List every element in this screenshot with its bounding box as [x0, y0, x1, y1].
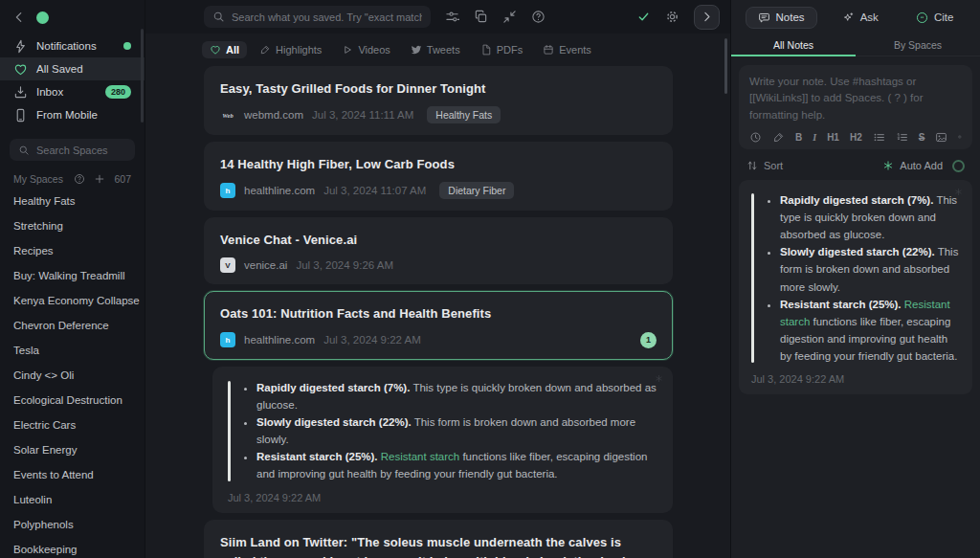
sidebar: NotificationsAll SavedInbox280From Mobil… — [0, 0, 145, 558]
saved-item-card[interactable]: Easy, Tasty Grilled Foods for Dinner Ton… — [204, 66, 673, 135]
filter-chip-videos[interactable]: Videos — [334, 41, 397, 58]
note-quote: Rapidly digested starch (7%). This type … — [228, 379, 657, 483]
main-search-input[interactable] — [232, 11, 422, 23]
gear-icon[interactable] — [665, 10, 679, 24]
note-card[interactable]: Rapidly digested starch (7%). This type … — [739, 180, 972, 395]
mobile-icon — [13, 108, 28, 123]
space-item-recipes[interactable]: Recipes — [0, 238, 145, 263]
history-icon[interactable] — [749, 131, 762, 144]
saved-item-card[interactable]: Venice Chat - Venice.aiVvenice.aiJul 3, … — [204, 217, 673, 284]
healthline-favicon: h — [220, 332, 235, 347]
venice-favicon: V — [220, 257, 235, 273]
highlight-icon[interactable] — [772, 131, 785, 144]
sidebar-item-all-saved[interactable]: All Saved — [0, 57, 145, 80]
svg-text:“: “ — [921, 13, 924, 22]
space-item-polyphenols[interactable]: Polyphenols — [0, 512, 145, 537]
card-timestamp: Jul 3, 2024 9:22 AM — [323, 334, 421, 346]
auto-add-control: Auto Add — [882, 160, 965, 172]
twitter-icon — [411, 44, 422, 56]
spaces-search-box[interactable] — [10, 139, 135, 161]
search-icon — [212, 11, 225, 23]
ask-button-label: Ask — [860, 11, 879, 23]
note-count-badge[interactable]: 1 — [640, 332, 657, 348]
unread-dot — [123, 42, 131, 50]
filter-chip-tweets[interactable]: Tweets — [403, 41, 468, 58]
lightning-icon — [13, 39, 28, 54]
filter-chip-all[interactable]: All — [202, 41, 247, 58]
saved-item-card[interactable]: Oats 101: Nutrition Facts and Health Ben… — [204, 291, 673, 359]
sidebar-header — [0, 0, 145, 34]
card-timestamp: Jul 3, 2024 11:07 AM — [323, 185, 426, 196]
filter-chip-label: Highlights — [276, 44, 322, 56]
space-item-ecological-destruction[interactable]: Ecological Destruction — [0, 388, 145, 413]
cards-scrollbar[interactable] — [724, 38, 727, 94]
expanded-note[interactable]: Rapidly digested starch (7%). This type … — [212, 367, 673, 513]
ask-button[interactable]: Ask — [830, 7, 891, 29]
notes-button[interactable]: Notes — [746, 7, 817, 29]
space-item-chevron-deference[interactable]: Chevron Deference — [0, 313, 145, 338]
sidebar-item-inbox[interactable]: Inbox280 — [0, 80, 145, 103]
space-item-electric-cars[interactable]: Electric Cars — [0, 413, 145, 437]
card-domain: healthline.com — [244, 185, 315, 196]
bold-icon[interactable]: B — [795, 132, 802, 143]
main-search-box[interactable] — [204, 6, 431, 28]
space-item-kenya-economy-collapse[interactable]: Kenya Economy Collapse — [0, 288, 145, 313]
strikethrough-icon[interactable]: S — [919, 132, 925, 143]
sidebar-item-from-mobile[interactable]: From Mobile — [0, 103, 145, 126]
filter-icon[interactable] — [445, 10, 459, 24]
filter-chip-pdfs[interactable]: PDFs — [473, 41, 531, 58]
space-item-healthy-fats[interactable]: Healthy Fats — [0, 189, 145, 213]
filter-chip-highlights[interactable]: Highlights — [252, 41, 329, 58]
spaces-search-input[interactable] — [36, 145, 126, 156]
tab-all-notes[interactable]: All Notes — [731, 34, 856, 56]
italic-icon[interactable]: I — [813, 132, 816, 143]
saved-item-card[interactable]: Siim Land on Twitter: "The soleus muscle… — [204, 520, 673, 558]
note-editor[interactable]: Write your note. Use #hashtags or [[Wiki… — [739, 65, 972, 149]
bullet-list-icon[interactable] — [873, 131, 885, 144]
card-meta: hhealthline.comJul 3, 2024 11:07 AMDieta… — [220, 182, 657, 199]
next-item-button[interactable] — [694, 5, 720, 30]
note-bullet: Slowly digested starch (22%). This form … — [780, 243, 960, 295]
resistant-starch-link[interactable]: Resistant starch — [381, 451, 459, 462]
space-item-buy-walking-treadmill[interactable]: Buy: Walking Treadmill — [0, 263, 145, 288]
sort-label: Sort — [764, 160, 783, 171]
app-logo-dot[interactable] — [36, 11, 49, 24]
ask-icon — [842, 11, 855, 24]
auto-add-toggle[interactable] — [952, 160, 965, 172]
note-bullets-middle: Rapidly digested starch (7%). This type … — [243, 379, 657, 483]
filter-chip-events[interactable]: Events — [535, 41, 599, 58]
copy-icon[interactable] — [474, 10, 488, 24]
add-space-icon[interactable] — [94, 173, 105, 185]
app-window: NotificationsAll SavedInbox280From Mobil… — [0, 0, 980, 558]
saved-item-card[interactable]: 14 Healthy High Fiber, Low Carb Foodshhe… — [204, 142, 673, 211]
space-item-cindy-oli[interactable]: Cindy <> Oli — [0, 363, 145, 388]
image-icon[interactable] — [935, 131, 947, 144]
card-tag[interactable]: Dietary Fiber — [439, 182, 514, 199]
card-tag[interactable]: Healthy Fats — [427, 106, 501, 123]
space-item-luteolin[interactable]: Luteolin — [0, 487, 145, 512]
space-item-tesla[interactable]: Tesla — [0, 338, 145, 363]
space-item-solar-energy[interactable]: Solar Energy — [0, 437, 145, 462]
formatting-help-icon[interactable] — [958, 131, 962, 143]
help-icon[interactable] — [74, 173, 85, 185]
h2-icon[interactable]: H2 — [850, 132, 862, 143]
back-icon[interactable] — [12, 11, 26, 24]
tab-by-spaces[interactable]: By Spaces — [856, 34, 980, 56]
panel-actions: Notes Ask “ Cite — [731, 0, 980, 34]
h1-icon[interactable]: H1 — [827, 132, 839, 143]
sidebar-item-notifications[interactable]: Notifications — [0, 34, 145, 57]
note-editor-placeholder[interactable]: Write your note. Use #hashtags or [[Wiki… — [749, 74, 962, 123]
collapse-icon[interactable] — [502, 10, 517, 24]
card-timestamp: Jul 3, 2024 9:26 AM — [296, 259, 393, 271]
sort-button[interactable]: Sort — [746, 160, 783, 171]
space-item-events-to-attend[interactable]: Events to Attend — [0, 462, 145, 487]
help-icon[interactable] — [531, 10, 546, 24]
sidebar-scrollbar[interactable] — [141, 29, 144, 123]
filter-chip-label: All — [226, 44, 239, 56]
space-item-stretching[interactable]: Stretching — [0, 213, 145, 238]
space-item-bookkeeping[interactable]: Bookkeeping — [0, 537, 145, 558]
ordered-list-icon[interactable] — [896, 131, 908, 144]
check-icon[interactable] — [636, 10, 651, 24]
cite-button[interactable]: “ Cite — [903, 7, 966, 29]
spaces-list: Healthy FatsStretchingRecipesBuy: Walkin… — [0, 189, 145, 558]
